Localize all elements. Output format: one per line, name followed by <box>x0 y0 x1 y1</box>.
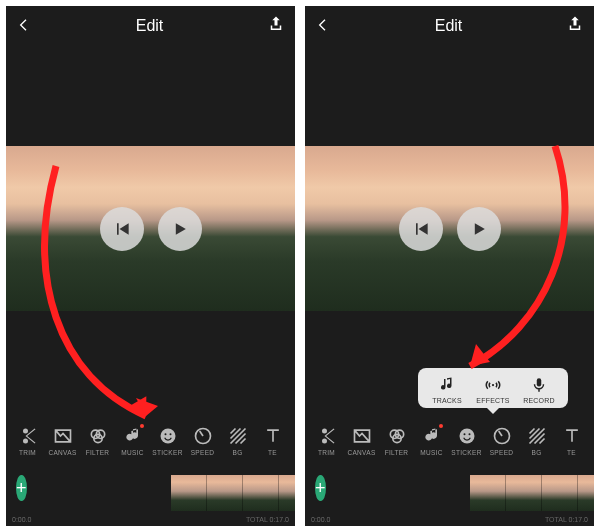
clip-thumbnail[interactable] <box>542 475 578 511</box>
header: Edit <box>305 6 594 46</box>
tool-speed[interactable]: SPEED <box>185 426 220 456</box>
notification-dot <box>140 424 144 428</box>
page-title: Edit <box>435 17 463 35</box>
total-time: TOTAL 0:17.0 <box>246 516 289 523</box>
share-button[interactable] <box>566 14 584 38</box>
notification-dot <box>439 424 443 428</box>
clips-strip[interactable] <box>470 475 594 511</box>
prev-button[interactable] <box>100 207 144 251</box>
clip-thumbnail[interactable] <box>279 475 295 511</box>
back-button[interactable] <box>16 15 32 38</box>
tool-label: TRIM <box>318 449 335 456</box>
popup-record[interactable]: RECORD <box>516 376 562 404</box>
time-readout: 0:00.0 TOTAL 0:17.0 <box>6 516 295 523</box>
tool-label: STICKER <box>152 449 182 456</box>
popup-label: EFFECTS <box>476 397 509 404</box>
current-time: 0:00.0 <box>12 516 31 523</box>
add-clip-button[interactable]: + <box>16 475 27 501</box>
page-title: Edit <box>136 17 164 35</box>
play-controls <box>399 207 501 251</box>
tool-label: FILTER <box>385 449 409 456</box>
tool-canvas[interactable]: CANVAS <box>344 426 379 456</box>
popup-effects[interactable]: EFFECTS <box>470 376 516 404</box>
tool-speed[interactable]: SPEED <box>484 426 519 456</box>
edit-toolbar: TRIM CANVAS FILTER MUSIC STICKER SPEED B… <box>305 411 594 471</box>
add-clip-button[interactable]: + <box>315 475 326 501</box>
tool-label: MUSIC <box>121 449 143 456</box>
svg-point-12 <box>459 429 474 444</box>
tool-bg[interactable]: BG <box>220 426 255 456</box>
tool-text[interactable]: TE <box>255 426 290 456</box>
screen-left: Edit TRIM CANVAS FILTER <box>6 6 295 526</box>
tool-label: STICKER <box>451 449 481 456</box>
tool-label: TRIM <box>19 449 36 456</box>
tool-filter[interactable]: FILTER <box>379 426 414 456</box>
video-frame[interactable] <box>305 146 594 311</box>
timeline[interactable]: + 0:00.0 TOTAL 0:17.0 <box>305 471 594 526</box>
video-frame[interactable] <box>6 146 295 311</box>
svg-rect-8 <box>537 378 542 386</box>
clip-thumbnail[interactable] <box>171 475 207 511</box>
current-time: 0:00.0 <box>311 516 330 523</box>
tool-label: BG <box>233 449 243 456</box>
tool-label: MUSIC <box>420 449 442 456</box>
tool-label: BG <box>532 449 542 456</box>
tool-canvas[interactable]: CANVAS <box>45 426 80 456</box>
share-button[interactable] <box>267 14 285 38</box>
tool-label: SPEED <box>490 449 514 456</box>
clips-strip[interactable] <box>171 475 295 511</box>
tool-sticker[interactable]: STICKER <box>150 426 185 456</box>
tool-trim[interactable]: TRIM <box>309 426 344 456</box>
popup-label: RECORD <box>523 397 555 404</box>
tool-text[interactable]: TE <box>554 426 589 456</box>
svg-point-4 <box>164 433 166 435</box>
clip-thumbnail[interactable] <box>207 475 243 511</box>
svg-point-3 <box>160 429 175 444</box>
play-controls <box>100 207 202 251</box>
header: Edit <box>6 6 295 46</box>
timeline[interactable]: + 0:00.0 TOTAL 0:17.0 <box>6 471 295 526</box>
screen-right: Edit TRACKS EFFECTS REC <box>305 6 594 526</box>
tool-music[interactable]: MUSIC <box>115 426 150 456</box>
popup-tracks[interactable]: TRACKS <box>424 376 470 404</box>
svg-point-13 <box>463 433 465 435</box>
clip-thumbnail[interactable] <box>578 475 594 511</box>
tool-bg[interactable]: BG <box>519 426 554 456</box>
music-popup: TRACKS EFFECTS RECORD <box>418 368 568 408</box>
back-button[interactable] <box>315 15 331 38</box>
clip-thumbnail[interactable] <box>470 475 506 511</box>
video-preview <box>6 46 295 411</box>
tool-label: FILTER <box>86 449 110 456</box>
edit-toolbar: TRIM CANVAS FILTER MUSIC STICKER SPEED B… <box>6 411 295 471</box>
tool-label: SPEED <box>191 449 215 456</box>
tool-trim[interactable]: TRIM <box>10 426 45 456</box>
play-button[interactable] <box>457 207 501 251</box>
tool-label: CANVAS <box>347 449 375 456</box>
tool-sticker[interactable]: STICKER <box>449 426 484 456</box>
svg-point-14 <box>468 433 470 435</box>
time-readout: 0:00.0 TOTAL 0:17.0 <box>305 516 594 523</box>
prev-button[interactable] <box>399 207 443 251</box>
tool-label: CANVAS <box>48 449 76 456</box>
tool-label: TE <box>567 449 576 456</box>
clip-thumbnail[interactable] <box>506 475 542 511</box>
svg-point-5 <box>169 433 171 435</box>
video-preview <box>305 46 594 411</box>
popup-label: TRACKS <box>432 397 462 404</box>
tool-label: TE <box>268 449 277 456</box>
total-time: TOTAL 0:17.0 <box>545 516 588 523</box>
play-button[interactable] <box>158 207 202 251</box>
tool-filter[interactable]: FILTER <box>80 426 115 456</box>
svg-point-7 <box>492 384 494 386</box>
clip-thumbnail[interactable] <box>243 475 279 511</box>
tool-music[interactable]: MUSIC <box>414 426 449 456</box>
